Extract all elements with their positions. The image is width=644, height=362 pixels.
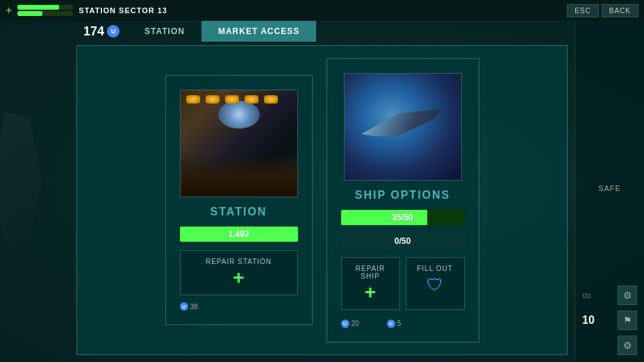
repair-cost-value: 38 [190,303,198,311]
health-bar-2-fill [17,11,42,16]
station-title: STATION [210,206,267,218]
repair-cost-icon: U [341,320,349,328]
tab-market-access[interactable]: MARKET ACCESS [201,21,316,42]
sidebar-bottom: ∞ ⚙ 10 ⚑ ⚙ [582,286,637,355]
safe-label: SAFE [598,184,621,192]
fill-out-cost: U 5 [387,320,402,328]
ship-shield-bar: 0/50 [341,233,465,249]
tab-station[interactable]: STATION [128,21,201,42]
main-content: STATION 1.493 REPAIR STATION + U 38 SHIP… [76,45,568,355]
repair-plus-icon: + [365,283,376,302]
health-bar-1-fill [17,5,59,10]
ship-image [344,73,462,181]
tab-bar: 174 U STATION MARKET ACCESS [83,21,316,42]
health-bar-2 [17,11,73,16]
ship-shield-text: 0/50 [341,233,465,249]
station-image [180,90,298,197]
infinity-icon: ∞ [582,288,591,303]
sidebar-icon-btn-2[interactable]: ⚑ [618,311,637,330]
repair-station-button[interactable]: REPAIR STATION + [180,250,298,295]
fill-cost-icon: U [387,320,395,328]
light-3 [225,95,239,104]
sidebar-icon-btn-1[interactable]: ⚙ [618,286,637,305]
light-5 [264,95,278,104]
ship-health-bar: 35/50 [341,210,465,225]
shield-icon: 🛡 [427,275,443,295]
repair-ship-label: REPAIR SHIP [346,265,395,280]
ship-options-card: SHIP OPTIONS 35/50 0/50 REPAIR SHIP + FI… [327,58,479,343]
repair-ship-cost-value: 20 [352,320,359,327]
sidebar-count-row: 10 ⚑ [582,311,637,330]
station-value-bar: 1.493 [180,227,298,242]
station-value-text: 1.493 [180,227,298,242]
station-card: STATION 1.493 REPAIR STATION + U 38 [165,75,313,325]
esc-button[interactable]: ESC [567,4,599,17]
ship-costs-row: U 20 U 5 [341,318,465,328]
repair-station-cost: U 38 [180,302,198,311]
add-icon[interactable]: + [6,4,12,17]
top-bar-right: ESC BACK [567,4,638,17]
sidebar-count: 10 [582,314,595,327]
repair-ship-button[interactable]: REPAIR SHIP + [341,257,400,310]
health-bars [17,5,73,16]
ship-options-title: SHIP OPTIONS [355,189,451,201]
currency-value: 174 [83,24,104,39]
ship-silhouette [0,112,49,251]
health-bar-1 [17,5,73,10]
station-actions: REPAIR STATION + U 38 [180,250,298,311]
station-name: STATION SECTOR 13 [79,6,167,15]
ship-health-text: 35/50 [341,210,465,225]
light-1 [186,95,200,104]
fill-out-label: FILL OUT [417,265,453,272]
sidebar-extra-btn-row: ⚙ [582,336,637,355]
top-bar-left: + STATION SECTOR 13 [6,4,567,17]
ship-art [345,74,461,180]
top-bar: + STATION SECTOR 13 ESC BACK [0,0,644,21]
sidebar-infinity-row: ∞ ⚙ [582,286,637,305]
sidebar-icon-btn-3[interactable]: ⚙ [618,336,637,355]
fill-out-cost-value: 5 [397,320,402,327]
ceiling-lights [181,90,297,108]
left-edge-decoration [0,0,73,362]
right-sidebar: SAFE ∞ ⚙ 10 ⚑ ⚙ [575,0,644,362]
repair-ship-cost: U 20 [341,320,359,328]
cost-icon: U [180,302,188,311]
currency-display: 174 U [83,24,119,39]
back-button[interactable]: BACK [602,4,638,17]
plus-icon: + [233,268,244,288]
light-2 [206,95,220,104]
fill-out-button[interactable]: FILL OUT 🛡 [406,257,465,310]
light-4 [245,95,258,104]
repair-station-label: REPAIR STATION [206,258,272,265]
station-cockpit-art [181,90,297,197]
currency-icon: U [107,25,119,38]
ship-dual-actions: REPAIR SHIP + FILL OUT 🛡 [341,257,465,310]
